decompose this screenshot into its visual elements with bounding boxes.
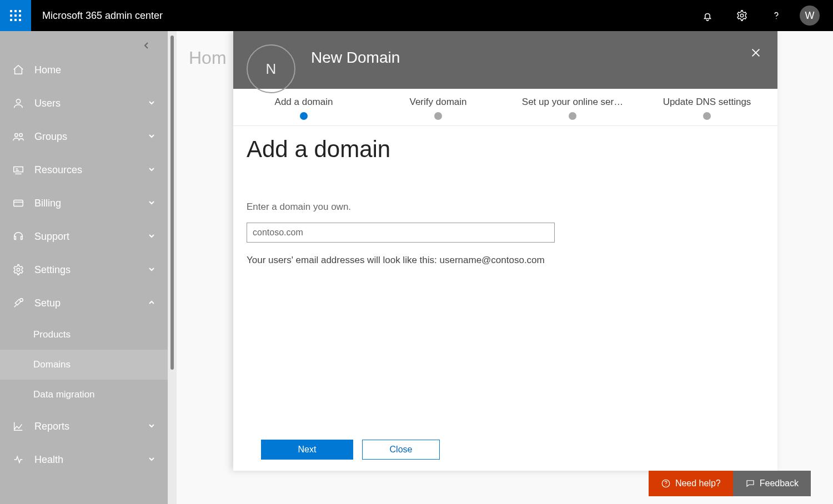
sidebar-item-label: Reports [34, 421, 69, 432]
step-dot-icon [300, 112, 308, 120]
user-icon [10, 97, 27, 109]
svg-point-13 [19, 134, 23, 137]
sidebar-subitem-domains[interactable]: Domains [0, 350, 168, 380]
close-icon [750, 47, 762, 59]
panel-avatar: N [247, 44, 295, 93]
sidebar-item-home[interactable]: Home [0, 53, 168, 87]
button-label: Next [298, 445, 317, 455]
resources-icon [10, 164, 27, 176]
user-avatar[interactable]: W [800, 6, 820, 26]
billing-icon [10, 197, 27, 209]
close-button[interactable]: Close [362, 440, 440, 460]
svg-point-12 [15, 134, 18, 137]
sidebar-item-label: Health [34, 454, 63, 466]
chevron-down-icon [148, 421, 155, 432]
need-help-button[interactable]: Need help? [649, 471, 733, 496]
bell-icon [701, 9, 714, 22]
sidebar-item-label: Groups [34, 131, 67, 143]
page-subtext: Enter a domain you own. [247, 201, 764, 213]
chevron-down-icon [148, 131, 155, 143]
wizard-step-setup-services[interactable]: Set up your online ser… [520, 97, 625, 120]
panel-footer: Next Close [233, 431, 777, 471]
sidebar-scrollbar[interactable] [168, 31, 177, 504]
sidebar-item-label: Resources [34, 164, 82, 176]
domain-input[interactable] [247, 223, 555, 243]
scrollbar-thumb[interactable] [170, 36, 174, 370]
sidebar-item-label: Home [34, 64, 61, 76]
app-header: Microsoft 365 admin center W [0, 0, 833, 31]
svg-rect-2 [19, 10, 21, 12]
svg-rect-1 [14, 10, 17, 12]
breadcrumb: Hom [189, 31, 227, 68]
panel-body: Add a domain Enter a domain you own. You… [233, 126, 777, 431]
sidebar-item-users[interactable]: Users [0, 87, 168, 120]
svg-point-19 [665, 485, 666, 486]
wizard-step-update-dns[interactable]: Update DNS settings [654, 97, 760, 120]
sidebar-subitem-data-migration[interactable]: Data migration [0, 380, 168, 410]
reports-icon [10, 420, 27, 432]
chevron-down-icon [148, 98, 155, 109]
settings-button[interactable] [731, 4, 753, 27]
step-dot-icon [703, 112, 711, 120]
svg-rect-5 [19, 14, 21, 17]
sidebar-item-label: Users [34, 98, 61, 109]
panel-close-button[interactable] [750, 47, 762, 61]
sidebar-item-setup[interactable]: Setup [0, 286, 168, 320]
help-button[interactable] [765, 4, 787, 27]
svg-point-16 [17, 268, 20, 271]
button-label: Feedback [760, 478, 799, 488]
button-label: Close [390, 445, 413, 455]
feedback-icon [745, 478, 755, 488]
step-dot-icon [434, 112, 442, 120]
sidebar-item-groups[interactable]: Groups [0, 120, 168, 153]
chevron-up-icon [148, 298, 155, 309]
app-launcher-button[interactable] [0, 0, 31, 31]
svg-rect-15 [14, 200, 23, 206]
chevron-down-icon [148, 264, 155, 276]
sidebar: Home Users Groups Resources Billing Supp… [0, 31, 168, 504]
step-label: Set up your online ser… [522, 97, 623, 108]
panel-avatar-letter: N [266, 61, 277, 78]
app-title: Microsoft 365 admin center [31, 10, 163, 22]
button-label: Need help? [675, 478, 721, 488]
help-icon [770, 9, 782, 22]
chevron-down-icon [148, 198, 155, 209]
sidebar-item-label: Products [33, 329, 71, 340]
sidebar-item-support[interactable]: Support [0, 220, 168, 253]
svg-rect-14 [14, 167, 23, 172]
sidebar-subitem-products[interactable]: Products [0, 320, 168, 350]
wizard-step-verify-domain[interactable]: Verify domain [385, 97, 491, 120]
svg-rect-6 [10, 19, 12, 21]
sidebar-item-billing[interactable]: Billing [0, 187, 168, 220]
svg-rect-3 [10, 14, 12, 17]
notifications-button[interactable] [696, 4, 719, 27]
chevron-down-icon [148, 454, 155, 466]
sidebar-item-reports[interactable]: Reports [0, 410, 168, 443]
svg-rect-8 [19, 19, 21, 21]
sidebar-item-health[interactable]: Health [0, 443, 168, 476]
chevron-down-icon [148, 231, 155, 243]
panel-title: New Domain [311, 49, 400, 67]
sidebar-item-resources[interactable]: Resources [0, 153, 168, 187]
page-heading: Add a domain [247, 136, 764, 163]
sidebar-collapse-button[interactable] [139, 38, 154, 53]
setup-icon [10, 297, 27, 309]
groups-icon [10, 130, 27, 143]
step-label: Verify domain [410, 97, 467, 108]
wizard-step-add-domain[interactable]: Add a domain [251, 97, 357, 120]
help-circle-icon [661, 478, 671, 488]
sidebar-item-label: Support [34, 231, 69, 243]
wizard-steps: Add a domain Verify domain Set up your o… [233, 89, 777, 126]
feedback-button[interactable]: Feedback [733, 471, 811, 496]
chevron-down-icon [148, 164, 155, 176]
next-button[interactable]: Next [261, 440, 353, 460]
sidebar-item-label: Setup [34, 298, 61, 309]
step-label: Add a domain [275, 97, 333, 108]
sidebar-item-settings[interactable]: Settings [0, 253, 168, 286]
svg-rect-7 [14, 19, 17, 21]
sidebar-item-label: Domains [33, 359, 71, 370]
svg-point-11 [16, 99, 20, 103]
new-domain-panel: N New Domain Add a domain Verify domain … [233, 31, 777, 471]
svg-point-9 [740, 14, 744, 17]
health-icon [10, 453, 27, 466]
